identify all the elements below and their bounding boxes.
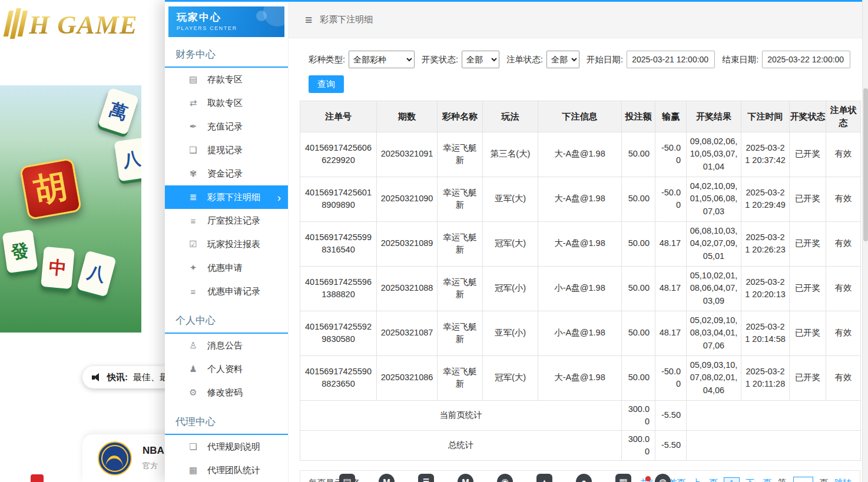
nba-team-logo-icon <box>98 441 132 476</box>
partial-logo-icon: ▦ <box>615 474 631 482</box>
sidebar-item-change-password[interactable]: ⚙修改密码 <box>165 381 288 404</box>
next-page-link[interactable]: 下一页 <box>746 477 772 482</box>
sidebar-item-withdrawal-records[interactable]: ❑提现记录 <box>165 138 288 162</box>
current-page-button[interactable]: 1 <box>724 477 739 482</box>
summary-cell: 当前页统计 <box>300 400 622 430</box>
first-page-link[interactable]: 首页 <box>668 477 685 482</box>
sidebar-item-deposit-zone[interactable]: ▤存款专区 <box>165 68 288 91</box>
table-cell: 有效 <box>826 311 861 355</box>
table-cell: 已开奖 <box>790 221 826 266</box>
lottery-type-select[interactable]: 全部彩种 <box>349 51 415 68</box>
summary-cell <box>687 430 861 460</box>
sidebar-item-player-bet-report[interactable]: ☑玩家投注报表 <box>165 232 288 256</box>
column-header: 开奖结果 <box>687 101 741 132</box>
sidebar-item-agent-rules[interactable]: ❏代理规则说明 <box>165 435 288 458</box>
transfer-icon: ⇄ <box>187 98 199 108</box>
sidebar-item-label: 消息公告 <box>207 340 243 351</box>
page-title: 彩票下注明细 <box>320 14 373 25</box>
table-cell: 幸运飞艇新 <box>438 221 483 266</box>
table-cell: 401569174255908823650 <box>300 355 377 400</box>
partial-red-logo <box>645 476 651 481</box>
page-jump-input[interactable] <box>793 477 813 482</box>
table-cell: 401569174255998316540 <box>300 221 377 266</box>
players-center-subtitle: PLAYERS CENTER <box>177 25 284 31</box>
sidebar-item-profile[interactable]: ♟个人资料 <box>165 357 288 381</box>
prev-page-link[interactable]: 上一页 <box>692 477 718 482</box>
page-jump-button[interactable]: 跳转 <box>834 477 852 482</box>
table-cell: 冠军(大) <box>483 355 538 400</box>
sidebar-item-label: 玩家投注报表 <box>207 239 260 250</box>
start-date-input[interactable] <box>627 51 715 68</box>
table-cell: 2025-03-21 20:37:42 <box>741 132 790 177</box>
table-cell: 2025-03-21 20:11:28 <box>741 355 790 400</box>
table-cell: 50.00 <box>622 266 655 311</box>
search-button[interactable]: 查询 <box>309 75 344 93</box>
table-cell: 48.17 <box>655 311 687 355</box>
table-cell: 幸运飞艇新 <box>438 355 483 400</box>
table-cell: 大-A盘@1.98 <box>538 177 622 221</box>
site-logo[interactable]: H GAME <box>6 9 138 40</box>
sidebar-item-hall-bet-records[interactable]: ≡厅室投注记录 <box>165 209 288 232</box>
sidebar-item-label: 优惠申请记录 <box>207 286 260 297</box>
sidebar-item-label: 代理团队统计 <box>207 465 260 476</box>
summary-row: 总统计300.00-5.50 <box>300 430 861 460</box>
table-cell: 401569174255929830580 <box>300 311 377 355</box>
table-cell: -50.00 <box>655 132 687 177</box>
scrollbar-thumb[interactable] <box>863 88 868 241</box>
column-header: 开奖状态 <box>790 101 826 132</box>
tile-char: 八 <box>121 147 141 173</box>
speaker-icon <box>92 373 102 382</box>
mahjong-tile: 萬 <box>98 88 139 135</box>
column-header: 下注信息 <box>538 101 622 132</box>
chevron-right-icon: › <box>277 192 281 203</box>
table-cell: 50.00 <box>622 311 655 355</box>
sidebar-item-label: 取款专区 <box>207 98 243 109</box>
checklist-icon: ☑ <box>187 239 199 250</box>
sidebar-item-label: 提现记录 <box>207 145 243 156</box>
column-header: 期数 <box>377 101 438 132</box>
sidebar-item-fund-records[interactable]: ✾资金记录 <box>165 162 288 185</box>
menu-icon[interactable]: ≡ <box>305 13 312 27</box>
order-status-select[interactable]: 全部 <box>546 51 579 68</box>
sidebar-item-promo-apply-records[interactable]: ≡优惠申请记录 <box>165 280 288 303</box>
promo-banner: 萬 八 胡 發 中 八 <box>0 85 141 333</box>
mahjong-tile: 八 <box>77 250 117 297</box>
table-cell: 幸运飞艇新 <box>438 132 483 177</box>
sidebar-item-label: 充值记录 <box>207 121 243 132</box>
sidebar-section-title: 个人中心 <box>165 310 288 334</box>
document-icon: ❏ <box>187 441 199 452</box>
draw-status-select[interactable]: 全部 <box>462 51 499 68</box>
table-cell: 有效 <box>826 266 861 311</box>
mahjong-tile: 發 <box>2 230 38 274</box>
logo-mark-icon <box>3 11 28 39</box>
table-cell: 50.00 <box>622 132 655 177</box>
sidebar-item-withdraw-zone[interactable]: ⇄取款专区 <box>165 91 288 115</box>
table-cell: 20250321089 <box>377 221 438 266</box>
main-content: ≡ 彩票下注明细 彩种类型: 全部彩种 开奖状态: 全部 注单状态: 全部 开始… <box>289 2 868 482</box>
sidebar-item-recharge-records[interactable]: ✒充值记录 <box>165 115 288 138</box>
table-cell: 20250321086 <box>377 355 438 400</box>
sidebar-menu: 财务中心▤存款专区⇄取款专区✒充值记录❑提现记录✾资金记录≣彩票下注明细›≡厅室… <box>165 44 288 482</box>
table-cell: 2025-03-21 20:20:13 <box>741 266 790 311</box>
sidebar-item-promo-apply[interactable]: ✦优惠申请 <box>165 256 288 280</box>
sheet-icon: ❑ <box>187 145 199 155</box>
scrollbar[interactable] <box>862 0 868 482</box>
sidebar-item-messages[interactable]: ♙消息公告 <box>165 334 288 357</box>
table-cell: 2025-03-21 20:14:58 <box>741 311 790 355</box>
table-cell: 06,08,10,03,04,02,07,09,05,01 <box>687 221 741 266</box>
table-cell: 20250321090 <box>377 177 438 221</box>
sidebar-item-lottery-bet-details[interactable]: ≣彩票下注明细› <box>165 185 288 209</box>
summary-cell: 300.00 <box>622 430 655 460</box>
table-cell: 48.17 <box>655 266 687 311</box>
sidebar-item-label: 优惠申请 <box>207 262 243 274</box>
column-header: 输赢 <box>655 101 687 132</box>
sidebar-item-agent-team-stats[interactable]: ▦代理团队统计 <box>165 458 288 482</box>
sidebar-section-title: 财务中心 <box>165 44 288 68</box>
sidebar-item-label: 代理规则说明 <box>207 441 260 453</box>
table-cell: 已开奖 <box>790 132 826 177</box>
end-date-input[interactable] <box>762 51 850 68</box>
grid-icon: ▦ <box>187 465 199 476</box>
person-icon: ♟ <box>187 364 199 374</box>
table-cell: 48.17 <box>655 221 687 266</box>
table-cell: 已开奖 <box>790 177 826 221</box>
